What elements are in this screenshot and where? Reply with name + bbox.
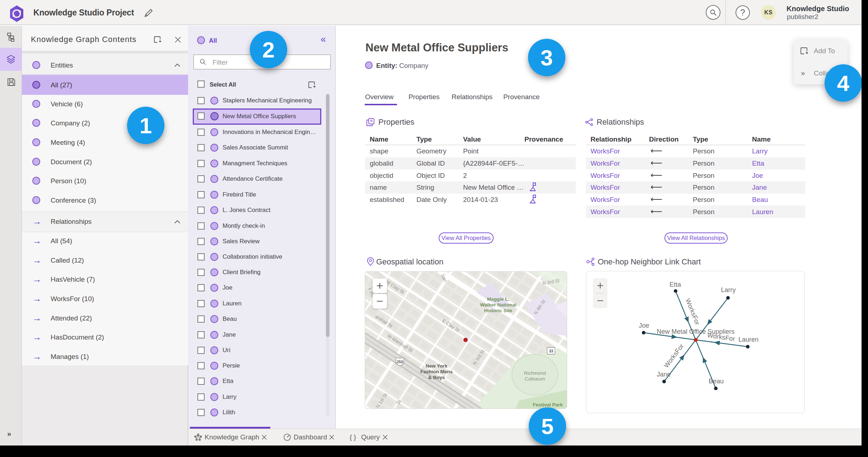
svg-text:Jane: Jane <box>657 371 671 378</box>
svg-text:Festival Park: Festival Park <box>533 402 563 407</box>
svg-text:Maggie L.: Maggie L. <box>487 296 509 302</box>
svg-text:Coliseum: Coliseum <box>525 376 545 382</box>
svg-text:33: 33 <box>549 349 553 353</box>
svg-text:New York: New York <box>426 363 448 369</box>
svg-text:Etta: Etta <box>669 281 681 288</box>
svg-text:& Boys: & Boys <box>428 375 445 380</box>
svg-text:Lauren: Lauren <box>738 336 759 343</box>
svg-text:Historic Site: Historic Site <box>484 308 513 313</box>
svg-text:Walker National: Walker National <box>480 302 517 308</box>
svg-text:Joe: Joe <box>639 322 649 329</box>
svg-text:Larry: Larry <box>721 286 736 294</box>
svg-text:Beau: Beau <box>709 378 724 385</box>
svg-text:Richmond: Richmond <box>524 370 546 376</box>
svg-text:Fashion Mens: Fashion Mens <box>420 369 453 374</box>
svg-text:250: 250 <box>397 360 403 364</box>
